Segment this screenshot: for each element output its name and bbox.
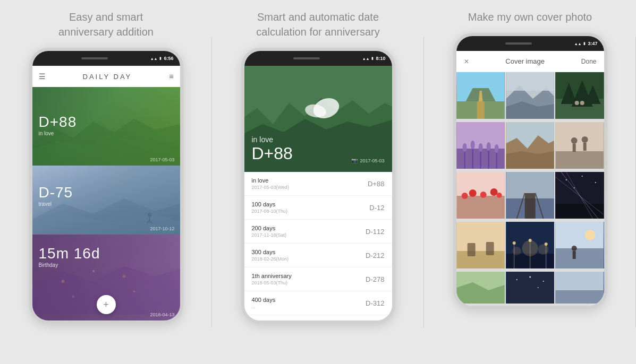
photo-cell-10[interactable] — [506, 222, 554, 268]
panel-2: Smart and automatic date calculation for… — [212, 0, 424, 364]
detail-item-0[interactable]: in love 2017-05-03(Wed) D+88 — [244, 172, 392, 196]
detail-item-3-date: 2018-02-26(Mon) — [252, 256, 289, 262]
detail-item-4-date: 2018-05-03(Thu) — [252, 280, 292, 285]
svg-rect-60 — [456, 196, 504, 219]
phone2-top: ▲▲ ▮ 8:10 — [244, 51, 392, 66]
svg-point-102 — [572, 246, 577, 251]
lavender-field-icon — [456, 122, 505, 169]
card2-date: 2017-10-12 — [150, 226, 174, 231]
card1-date: 2017-05-03 — [150, 157, 174, 162]
detail-item-5-date: ... — [252, 304, 276, 309]
svg-rect-85 — [467, 243, 475, 256]
detail-item-0-left: in love 2017-05-03(Wed) — [252, 177, 289, 190]
phone1-time: 6:56 — [164, 56, 173, 61]
list-icon[interactable]: ≡ — [169, 72, 173, 81]
detail-item-0-dday: D+88 — [368, 180, 384, 188]
phone-1: ▲▲ ▮ 6:56 ☰ DAILY DAY ≡ D+88 — [29, 48, 183, 324]
photo-cell-1[interactable] — [506, 72, 554, 119]
close-button[interactable]: ✕ — [464, 58, 469, 65]
svg-point-34 — [580, 101, 584, 105]
phone2-signal-icon: ▲▲ — [362, 57, 370, 60]
detail-item-2[interactable]: 200 days 2017-11-18(Sat) D-112 — [244, 220, 392, 244]
card2-dday: D-75 — [39, 184, 174, 201]
svg-rect-84 — [456, 222, 504, 251]
photo-cell-4[interactable] — [506, 122, 554, 169]
card-1[interactable]: D+88 in love 2017-05-03 — [32, 87, 180, 166]
done-button[interactable]: Done — [581, 58, 597, 65]
svg-rect-56 — [573, 144, 576, 152]
detail-item-4-name: 1th anniversary — [252, 273, 292, 279]
svg-point-47 — [494, 144, 498, 153]
detail-item-3-name: 300 days — [252, 249, 289, 255]
svg-point-43 — [462, 143, 467, 152]
svg-point-108 — [529, 276, 531, 278]
photo-grid — [456, 72, 604, 306]
svg-point-55 — [571, 137, 578, 144]
photo-cell-9[interactable] — [456, 222, 505, 268]
detail-item-4-left: 1th anniversary 2018-05-03(Thu) — [252, 273, 292, 285]
svg-point-57 — [582, 136, 588, 143]
svg-point-93 — [512, 241, 515, 245]
panel-3: Make my own cover photo ▲▲ ▮ 3:47 ✕ Cove… — [424, 0, 636, 364]
svg-rect-53 — [556, 151, 604, 169]
svg-point-90 — [512, 247, 521, 255]
panel2-title: Smart and automatic date calculation for… — [256, 10, 379, 39]
twilight-sky-icon — [555, 222, 604, 268]
couple-silhouette-icon — [555, 122, 604, 169]
phone2-content: ⤴ ••• in love D+88 📷 — [244, 66, 392, 320]
svg-point-64 — [480, 192, 486, 198]
detail-item-4[interactable]: 1th anniversary 2018-05-03(Thu) D-278 — [244, 267, 392, 291]
detail-item-5-dday: D-312 — [366, 299, 384, 307]
photo-cell-2[interactable] — [555, 72, 604, 119]
hero-date: 📷 2017-05-03 — [351, 158, 384, 163]
card1-dday: D+88 — [39, 114, 174, 131]
photo-cell-14[interactable] — [555, 272, 604, 304]
svg-rect-70 — [524, 193, 535, 219]
phone3-top: ▲▲ ▮ 3:47 — [456, 36, 604, 51]
svg-rect-100 — [556, 222, 604, 248]
app-header: ☰ DAILY DAY ≡ — [32, 66, 180, 87]
svg-point-4 — [147, 213, 151, 217]
svg-point-91 — [538, 244, 548, 255]
photo-cell-8[interactable] — [555, 172, 604, 219]
coastal-dusk-icon — [555, 272, 604, 304]
detail-item-1[interactable]: 100 days 2017-08-10(Thu) D-12 — [244, 196, 392, 220]
hero-dday: D+88 — [252, 144, 293, 163]
svg-point-33 — [575, 101, 579, 105]
photo-cell-11[interactable] — [555, 222, 604, 268]
detail-item-5[interactable]: 400 days ... D-312 — [244, 291, 392, 315]
svg-point-44 — [470, 141, 474, 149]
photo-cell-3[interactable] — [456, 122, 505, 169]
svg-point-97 — [544, 242, 547, 246]
photo-cell-7[interactable] — [506, 172, 554, 219]
svg-rect-86 — [486, 242, 494, 255]
beach-chairs-icon — [456, 222, 505, 268]
photo-cell-13[interactable] — [506, 272, 554, 304]
phone3-signal-icon: ▲▲ — [574, 42, 582, 46]
svg-point-80 — [595, 182, 596, 183]
svg-point-45 — [478, 143, 482, 152]
svg-point-65 — [490, 188, 497, 196]
detail-item-2-dday: D-112 — [366, 228, 384, 236]
panel-1: Easy and smart anniversary addition ▲▲ ▮… — [0, 0, 212, 364]
phone2-speaker — [293, 57, 320, 59]
fab-button[interactable]: + — [97, 295, 116, 314]
detail-item-4-dday: D-278 — [366, 275, 384, 283]
card1-content: D+88 in love — [32, 87, 180, 141]
photo-cell-0[interactable] — [456, 72, 505, 119]
hamburger-icon[interactable]: ☰ — [39, 72, 46, 81]
detail-item-5-left: 400 days ... — [252, 297, 276, 309]
photo-cell-6[interactable] — [456, 172, 505, 219]
card-2[interactable]: D-75 travel 2017-10-12 — [32, 166, 180, 235]
photo-cell-12[interactable] — [456, 272, 505, 304]
forest-path-icon — [555, 72, 604, 119]
svg-point-107 — [516, 279, 517, 280]
pier-sunset-icon — [506, 172, 554, 219]
green-field-icon — [456, 272, 505, 304]
svg-rect-83 — [456, 251, 504, 268]
card3-date: 2016-04-13 — [150, 312, 174, 317]
detail-item-3[interactable]: 300 days 2018-02-26(Mon) D-212 — [244, 244, 392, 267]
app-title: DAILY DAY — [83, 73, 132, 81]
photo-cell-5[interactable] — [555, 122, 604, 169]
card3-content: 15m 16d Birthday — [32, 235, 180, 272]
